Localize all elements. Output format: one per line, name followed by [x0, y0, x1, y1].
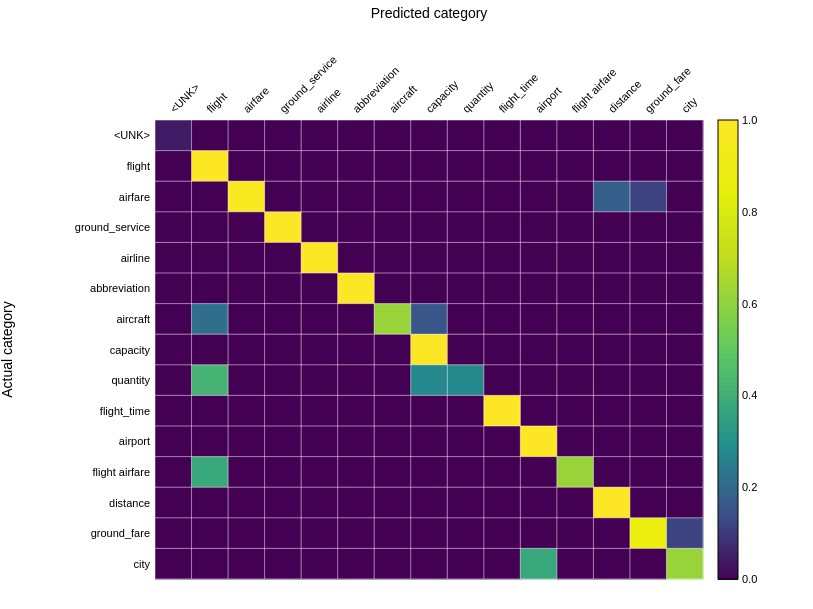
chart-canvas	[0, 0, 813, 609]
confusion-matrix-chart	[0, 0, 813, 609]
